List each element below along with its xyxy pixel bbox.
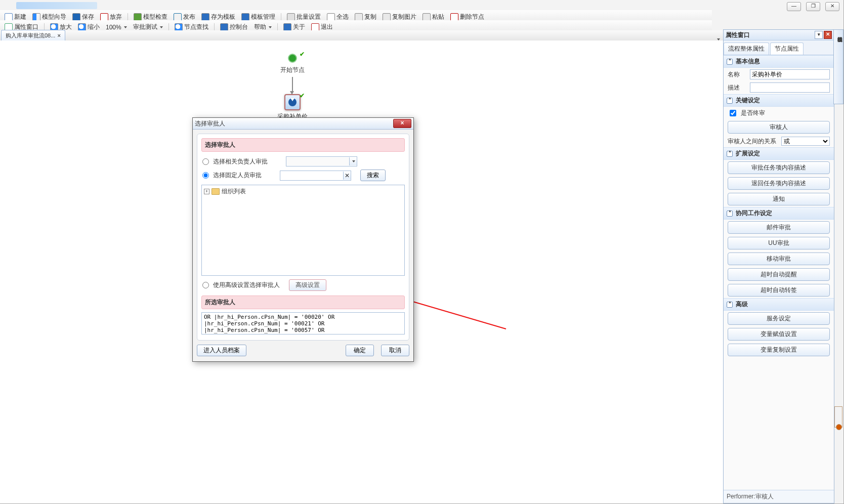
clear-icon[interactable]: ✕: [343, 172, 351, 180]
maximize-button[interactable]: ❐: [806, 2, 820, 11]
ghost-title-bar: [16, 2, 97, 9]
window-close-button[interactable]: ✕: [825, 2, 839, 11]
tab-title: 购入库单审批流08...: [6, 32, 55, 39]
group-label: 关键设定: [736, 96, 760, 105]
adv-var-copy-button[interactable]: 变量复制设置: [728, 344, 830, 356]
ext-approve-desc-button[interactable]: 审批任务项内容描述: [728, 161, 830, 174]
chevron-down-icon: [269, 26, 272, 28]
responsible-combo[interactable]: [286, 156, 357, 166]
properties-panel: 属性窗口 ▾ ✕ 流程整体属性 节点属性 ˄基本信息 名称 描述 ˄关键设定 是…: [723, 29, 834, 503]
fixed-person-combo[interactable]: ✕: [280, 171, 351, 181]
dialog-title: 选择审批人: [195, 119, 393, 128]
adv-var-assign-button[interactable]: 变量赋值设置: [728, 328, 830, 341]
final-label: 是否终审: [741, 109, 765, 117]
tree-root-node[interactable]: + 组织列表: [204, 187, 402, 196]
group-key[interactable]: ˄关键设定: [724, 94, 834, 107]
collapse-icon[interactable]: ˄: [727, 211, 733, 217]
dialog-section-header: 选择审批人: [201, 138, 405, 152]
coop-mobile-button[interactable]: 移动审批: [728, 253, 830, 265]
desc-input[interactable]: [750, 82, 830, 93]
name-input[interactable]: [750, 69, 830, 79]
chevron-down-icon[interactable]: [349, 157, 357, 165]
zoom-value: 100%: [106, 24, 121, 31]
final-checkbox[interactable]: [730, 110, 736, 116]
selected-approver-header: 所选审批人: [201, 296, 405, 309]
dialog-close-button[interactable]: ×: [393, 119, 411, 128]
open-personnel-button[interactable]: 进入人员档案: [197, 345, 246, 356]
selected-approver-expression[interactable]: OR |hr_hi_Person.cPsn_Num| = '00020' OR …: [201, 312, 405, 334]
dialog-titlebar[interactable]: 选择审批人 ×: [193, 118, 413, 130]
side-gauge: [834, 406, 842, 428]
radio-advanced-label: 使用高级设置选择审批人: [213, 281, 280, 289]
group-label: 扩展设定: [736, 149, 760, 158]
start-node-icon: [288, 54, 297, 63]
tab-flow-properties[interactable]: 流程整体属性: [724, 43, 769, 55]
desc-label: 描述: [728, 83, 747, 92]
panel-close-icon[interactable]: ✕: [824, 31, 832, 39]
properties-title: 属性窗口: [726, 31, 815, 39]
group-adv[interactable]: ˄高级: [724, 298, 834, 311]
start-node-label: 开始节点: [277, 66, 308, 74]
ext-reject-desc-button[interactable]: 退回任务项内容描述: [728, 177, 830, 190]
collapse-icon[interactable]: ˄: [727, 98, 733, 104]
collapsed-side-panel[interactable]: 模型编辑器: [833, 29, 843, 104]
pin-icon[interactable]: ▾: [815, 31, 823, 39]
tree-expand-icon[interactable]: +: [204, 189, 209, 194]
name-label: 名称: [728, 70, 747, 79]
document-tabs: 购入库单审批流08... ×: [0, 30, 723, 41]
minimize-button[interactable]: —: [787, 2, 801, 11]
coop-mail-button[interactable]: 邮件审批: [728, 221, 830, 234]
collapse-icon[interactable]: ˄: [727, 59, 733, 65]
select-approver-dialog: 选择审批人 × 选择审批人 选择相关负责人审批 选择固定人员审批: [192, 117, 414, 362]
tree-root-label: 组织列表: [222, 187, 246, 196]
cancel-button[interactable]: 取消: [381, 345, 409, 356]
chevron-down-icon: [124, 26, 127, 28]
radio-fixed[interactable]: [202, 172, 209, 179]
coop-uu-button[interactable]: UU审批: [728, 237, 830, 249]
properties-footer: Performer:审核人: [724, 490, 834, 503]
check-icon: ✔: [300, 92, 305, 99]
adv-service-button[interactable]: 服务设定: [728, 312, 830, 325]
folder-icon: [212, 188, 220, 195]
start-node[interactable]: ✔ 开始节点: [277, 54, 308, 74]
group-coop[interactable]: ˄协同工作设定: [724, 207, 834, 220]
search-button[interactable]: 搜索: [360, 170, 386, 181]
relation-label: 审核人之间的关系: [728, 137, 778, 146]
collapse-icon[interactable]: ˄: [727, 302, 733, 308]
collapse-icon[interactable]: ˄: [727, 151, 733, 157]
fixed-person-input[interactable]: [280, 172, 343, 180]
radio-advanced[interactable]: [202, 282, 209, 288]
approver-button[interactable]: 审核人: [728, 121, 830, 134]
flow-connector: [292, 77, 293, 92]
group-ext[interactable]: ˄扩展设定: [724, 147, 834, 160]
ext-notify-button[interactable]: 通知: [728, 193, 830, 205]
activity-node-icon: [284, 94, 301, 110]
radio-responsible[interactable]: [202, 158, 209, 165]
group-basic[interactable]: ˄基本信息: [724, 55, 834, 68]
responsible-combo-input[interactable]: [286, 157, 349, 165]
chevron-down-icon: [160, 26, 163, 28]
tab-node-properties[interactable]: 节点属性: [770, 43, 804, 55]
relation-select[interactable]: 或: [781, 137, 830, 146]
group-label: 高级: [736, 300, 748, 309]
document-tab[interactable]: 购入库单审批流08... ×: [1, 30, 65, 40]
advanced-settings-button[interactable]: 高级设置: [289, 279, 326, 291]
tab-close-icon[interactable]: ×: [57, 32, 60, 38]
coop-timeout-remind-button[interactable]: 超时自动提醒: [728, 268, 830, 281]
radio-fixed-label: 选择固定人员审批: [213, 171, 262, 180]
group-label: 基本信息: [736, 57, 760, 66]
check-icon: ✔: [300, 51, 305, 58]
radio-responsible-label: 选择相关负责人审批: [213, 157, 268, 166]
coop-timeout-transfer-button[interactable]: 超时自动转签: [728, 284, 830, 297]
group-label: 协同工作设定: [736, 209, 772, 218]
org-tree[interactable]: + 组织列表: [201, 185, 405, 276]
ok-button[interactable]: 确定: [346, 345, 374, 356]
